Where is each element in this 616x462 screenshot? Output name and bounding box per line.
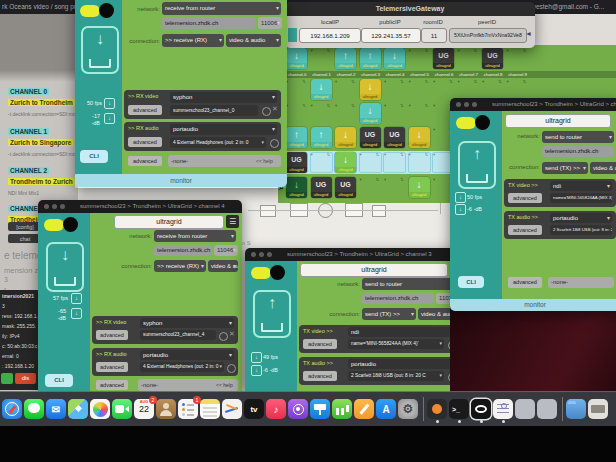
cell-resize-icon[interactable]: ⇅	[376, 177, 380, 182]
cell-resize-icon[interactable]: ⇅	[400, 152, 404, 157]
cell-resize-icon[interactable]: ⇅	[400, 103, 404, 108]
room-id-field[interactable]: 11	[421, 28, 447, 43]
dock-app-mail[interactable]: ✉	[46, 399, 66, 419]
app-name-field[interactable]: ultragrid	[114, 215, 224, 229]
connection-dropdown[interactable]: >> receive (RX)▾	[154, 260, 206, 272]
receive-arrow-button[interactable]: ↓	[81, 26, 119, 74]
tx-audio-dropdown[interactable]: portaudio▾	[550, 213, 612, 223]
cell-resize-icon[interactable]: ⇅	[400, 177, 404, 182]
power-toggle[interactable]	[456, 115, 490, 131]
titlebar[interactable]: summerschool23 > Trondheim > UltraGrid >…	[38, 200, 242, 213]
dock-app-messages[interactable]	[24, 399, 44, 419]
cell-dropdown-icon[interactable]: ▾	[433, 79, 435, 84]
cell-dropdown-icon[interactable]: ▾	[409, 152, 411, 157]
cell-resize-icon[interactable]: ⇅	[498, 79, 502, 84]
cell-dropdown-icon[interactable]: ▾	[409, 48, 411, 53]
grid-module-teal-up[interactable]: ↑ultragrid	[286, 127, 307, 148]
grid-module-ug[interactable]: UGultragrid	[360, 127, 381, 148]
host-field[interactable]: telemersion.zhdk.ch	[362, 293, 434, 304]
doc-button[interactable]: chat	[8, 234, 42, 243]
dock-app-facetime[interactable]	[112, 399, 132, 419]
cell-resize-icon[interactable]: ⇅	[376, 152, 380, 157]
db-meter-icon[interactable]: ↓	[455, 204, 466, 215]
local-ip-field[interactable]: 192.168.1.209	[299, 28, 361, 43]
menu-button[interactable]: ☰	[226, 215, 239, 228]
tx-audio-dropdown[interactable]: portaudio▾	[348, 359, 456, 369]
cell-resize-icon[interactable]: ⇅	[302, 103, 306, 108]
advanced-button[interactable]: advanced	[128, 156, 162, 166]
tx-video-advanced-field[interactable]: name='MINI-565824AA (MIX 4)'▾	[348, 339, 444, 349]
grid-module-ug[interactable]: UGultragrid	[311, 177, 332, 198]
grid-module-green-down[interactable]: ↓ultragrid	[335, 152, 356, 173]
dock-app-reminders[interactable]: 1	[178, 399, 198, 419]
power-toggle[interactable]	[251, 265, 285, 281]
help-link[interactable]: << help	[256, 158, 273, 164]
grid-module-teal-down[interactable]: ↓ultragrid	[360, 103, 381, 124]
close-icon[interactable]: ✕	[229, 330, 235, 338]
dock-app-window-thumbnail[interactable]	[515, 399, 535, 419]
host-field[interactable]: telemersion.zhdk.ch	[154, 245, 212, 256]
receive-arrow-button[interactable]: ↓	[46, 242, 84, 292]
fps-meter-icon[interactable]: ↓	[71, 293, 82, 304]
dock-app-patch-document[interactable]	[493, 399, 513, 419]
close-icon[interactable]: ✕	[272, 105, 278, 113]
network-mode-dropdown[interactable]: receive from router▾	[154, 230, 236, 242]
cell-dropdown-icon[interactable]: ▾	[433, 152, 435, 157]
advanced-button[interactable]: advanced	[96, 380, 128, 390]
dock-app-music[interactable]: ♪	[266, 399, 286, 419]
advanced-button[interactable]: advanced	[128, 105, 162, 115]
telemersive-gateway-window[interactable]: TelemersiveGateway localIP 192.168.1.209…	[285, 2, 535, 48]
record-circle-icon[interactable]	[227, 364, 236, 373]
cell-dropdown-icon[interactable]: ▾	[433, 127, 435, 132]
rx-video-dropdown[interactable]: syphon▾	[140, 318, 234, 328]
host-field[interactable]: telemersion.zhdk.ch	[162, 17, 256, 29]
cli-button[interactable]: CLI	[80, 150, 108, 163]
cell-dropdown-icon[interactable]: ▾	[335, 79, 337, 84]
cell-resize-icon[interactable]: ⇅	[351, 103, 355, 108]
cell-dropdown-icon[interactable]: ▾	[458, 48, 460, 53]
dock-app-files-stack[interactable]	[588, 399, 608, 419]
cell-resize-icon[interactable]: ⇅	[425, 48, 429, 53]
grid-module-yellow-down[interactable]: ↓ultragrid	[409, 127, 430, 148]
fps-meter-icon[interactable]: ↓	[455, 192, 466, 203]
cell-dropdown-icon[interactable]: ▾	[360, 152, 362, 157]
cell-dropdown-icon[interactable]: ▾	[433, 103, 435, 108]
ultragrid-window-channel-3[interactable]: summerschool23 > Trondheim > UltraGrid >…	[245, 248, 467, 392]
dock-app-max-runtime[interactable]	[427, 399, 447, 419]
cell-resize-icon[interactable]: ⇅	[523, 79, 527, 84]
dock-app-contacts[interactable]	[156, 399, 176, 419]
record-circle-icon[interactable]	[219, 332, 228, 341]
fps-meter-icon[interactable]: ↓	[104, 98, 115, 109]
cell-resize-icon[interactable]: ⇅	[425, 103, 429, 108]
connection-dropdown[interactable]: send (TX) >>▾	[542, 162, 588, 174]
peer-id-field[interactable]: 5XiUmPmfkb7mVxNna92Ve8	[449, 28, 527, 43]
cell-resize-icon[interactable]: ⇅	[449, 79, 453, 84]
dock-app-safari[interactable]	[2, 399, 22, 419]
tx-audio-advanced-field[interactable]: 2 Scarlett 18i8 USB (out: 8 in: 20	[550, 225, 612, 235]
connection-dropdown[interactable]: >> receive (RX)▾	[162, 34, 224, 47]
cell-resize-icon[interactable]: ⇅	[474, 48, 478, 53]
app-name-field[interactable]: ultragrid	[300, 263, 448, 277]
grid-module-green-down[interactable]: ↓ultragrid	[409, 177, 430, 198]
fps-meter-icon[interactable]: ↓	[251, 352, 262, 363]
public-ip-field[interactable]: 129.241.35.57	[361, 28, 421, 43]
send-arrow-button[interactable]: ↑	[458, 141, 496, 189]
cell-resize-icon[interactable]: ⇅	[327, 103, 331, 108]
app-name-field[interactable]: ultragrid	[505, 114, 611, 128]
help-link[interactable]: << help	[216, 382, 233, 388]
dock-app-pages[interactable]	[354, 399, 374, 419]
doc-button[interactable]: [config]	[8, 222, 42, 231]
cell-resize-icon[interactable]: ⇅	[302, 79, 306, 84]
advanced-none-field[interactable]: -none-	[548, 277, 614, 288]
cell-resize-icon[interactable]: ⇅	[400, 79, 404, 84]
cell-dropdown-icon[interactable]: ▾	[482, 79, 484, 84]
dock-app-keynote[interactable]	[310, 399, 330, 419]
cell-resize-icon[interactable]: ⇅	[425, 79, 429, 84]
rx-audio-advanced-field[interactable]: 4 External Headphones (out: 2 in: 0▾	[140, 362, 224, 372]
grid-module-teal-down[interactable]: ↓ultragrid	[286, 48, 307, 69]
grid-module-yellow-down[interactable]: ↓ultragrid	[360, 79, 381, 100]
grid-module-ug[interactable]: UGultragrid	[286, 152, 307, 173]
av-dropdown[interactable]: video & audio▾	[226, 34, 281, 47]
dock-app-system-settings[interactable]: ⚙	[398, 399, 418, 419]
grid-module-ug[interactable]: UGultragrid	[433, 48, 454, 69]
